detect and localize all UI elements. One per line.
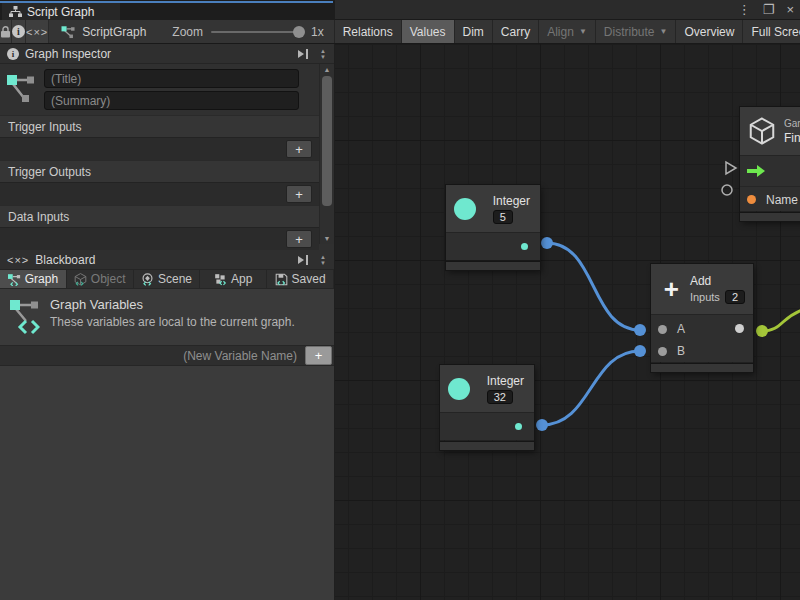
- inspector-scrollbar[interactable]: ▲ ▼: [319, 64, 334, 244]
- info-icon: i: [7, 48, 19, 60]
- graph-summary-field[interactable]: [44, 91, 299, 110]
- add-trigger-input-button[interactable]: +: [286, 140, 312, 158]
- scrollbar-thumb[interactable]: [322, 76, 332, 206]
- panel-scroll-arrows[interactable]: ▲▼: [316, 48, 330, 60]
- value-input-port-outline[interactable]: [722, 185, 732, 195]
- tab-graph[interactable]: Graph: [0, 270, 67, 288]
- control-input-port-outline[interactable]: [726, 162, 736, 174]
- zoom-slider[interactable]: [211, 31, 303, 33]
- inspector-toggle-button[interactable]: i: [12, 20, 26, 43]
- scroll-up-icon[interactable]: ▲: [320, 66, 334, 73]
- node-title: Integer: [487, 374, 524, 388]
- graph-tab-icon: [9, 6, 22, 17]
- cube-icon: [74, 273, 87, 286]
- edge-endpoint[interactable]: [634, 345, 646, 357]
- edge-endpoint[interactable]: [536, 419, 548, 431]
- input-port-a[interactable]: [658, 325, 667, 334]
- panel-scroll-arrows[interactable]: ▲▼: [316, 254, 330, 266]
- tab-strip: Script Graph: [0, 0, 335, 20]
- integer-node-32[interactable]: Integer 32: [440, 365, 534, 450]
- values-button[interactable]: Values: [401, 20, 454, 43]
- tab-scene[interactable]: Scene: [134, 270, 201, 288]
- graph-icon: [8, 273, 21, 286]
- add-variable-button[interactable]: +: [305, 346, 332, 365]
- output-port[interactable]: [735, 324, 744, 333]
- variables-icon: <×>: [7, 254, 29, 266]
- integer-value-field[interactable]: 32: [487, 390, 513, 404]
- new-variable-name-field[interactable]: [6, 345, 305, 366]
- blackboard-header: <×> Blackboard ▲▼: [0, 250, 334, 270]
- edge-int32-to-addB[interactable]: [542, 351, 640, 425]
- tab-saved[interactable]: Saved: [267, 270, 334, 288]
- add-trigger-output-button[interactable]: +: [286, 185, 312, 203]
- scroll-down-icon[interactable]: ▼: [320, 235, 334, 242]
- variables-icon: <×>: [26, 26, 48, 38]
- add-node[interactable]: + Add Inputs 2 A: [651, 264, 753, 372]
- distribute-button[interactable]: Distribute▼: [595, 20, 676, 43]
- control-flow-arrow-icon[interactable]: [747, 165, 765, 177]
- edge-endpoint[interactable]: [541, 237, 553, 249]
- edge-add-output[interactable]: [762, 309, 800, 331]
- window-menu-icon[interactable]: ⋮: [738, 0, 751, 20]
- inputs-label: Inputs: [690, 291, 720, 303]
- graph-canvas[interactable]: Integer 5 Integer 32: [335, 44, 800, 600]
- toolbar-buttons: Relations Values Dim Carry Align▼ Distri…: [334, 20, 800, 43]
- gameobject-find-node[interactable]: Game Object Find Name: [740, 107, 800, 221]
- graph-icon: [6, 72, 36, 108]
- trigger-outputs-label: Trigger Outputs: [0, 160, 319, 182]
- add-data-input-button[interactable]: +: [286, 230, 312, 248]
- node-footer: [651, 364, 753, 372]
- chevron-down-icon: ▼: [660, 27, 668, 36]
- lock-button[interactable]: [0, 20, 12, 43]
- maximize-icon[interactable]: ❐: [763, 0, 775, 20]
- data-inputs-label: Data Inputs: [0, 205, 319, 227]
- tab-bar: Script Graph ⋮ ❐ ×: [0, 0, 800, 20]
- tab-object[interactable]: Object: [67, 270, 134, 288]
- tab-script-graph[interactable]: Script Graph: [2, 3, 120, 20]
- overview-button[interactable]: Overview: [675, 20, 742, 43]
- save-floppy-icon: [275, 273, 288, 286]
- blackboard-toggle-button[interactable]: <×>: [26, 20, 49, 43]
- new-variable-row: +: [0, 345, 334, 366]
- graph-name-label: ScriptGraph: [82, 25, 146, 39]
- tab-app[interactable]: App: [200, 270, 267, 288]
- trigger-inputs-list: +: [0, 137, 319, 160]
- chevron-down-icon: ▼: [579, 27, 587, 36]
- port-a-label: A: [677, 322, 685, 336]
- node-title: Find: [784, 131, 800, 145]
- graph-title-field[interactable]: [44, 69, 299, 88]
- edge-endpoint[interactable]: [634, 324, 646, 336]
- edge-endpoint[interactable]: [756, 325, 768, 337]
- graph-breadcrumb[interactable]: ScriptGraph: [49, 20, 156, 43]
- node-footer: [740, 213, 800, 221]
- info-icon: i: [12, 25, 25, 38]
- zoom-slider-thumb[interactable]: [293, 26, 305, 38]
- inputs-count-field[interactable]: 2: [725, 290, 745, 304]
- align-button[interactable]: Align▼: [538, 20, 595, 43]
- node-title: Add: [690, 274, 711, 288]
- trigger-inputs-label: Trigger Inputs: [0, 115, 319, 137]
- carry-button[interactable]: Carry: [492, 20, 538, 43]
- output-port[interactable]: [521, 243, 528, 250]
- graph-inspector-panel: Trigger Inputs + Trigger Outputs + Data …: [0, 64, 334, 250]
- script-graph-icon: [61, 25, 76, 39]
- zoom-control: Zoom 1x: [156, 20, 329, 43]
- integer-value-field[interactable]: 5: [493, 210, 513, 224]
- output-port[interactable]: [515, 423, 522, 430]
- integer-node-5[interactable]: Integer 5: [446, 185, 540, 270]
- fullscreen-button[interactable]: Full Screen: [742, 20, 800, 43]
- string-input-port[interactable]: [747, 195, 756, 204]
- relations-button[interactable]: Relations: [334, 20, 401, 43]
- close-icon[interactable]: ×: [786, 0, 794, 20]
- node-title: Integer: [493, 194, 530, 208]
- edge-int5-to-addA[interactable]: [547, 243, 640, 330]
- node-subtitle: Game Object: [784, 118, 800, 129]
- dock-pin-icon[interactable]: [297, 49, 310, 59]
- dim-button[interactable]: Dim: [454, 20, 492, 43]
- integer-type-icon: [448, 378, 470, 400]
- tab-label: Script Graph: [27, 5, 94, 19]
- input-port-b[interactable]: [658, 347, 667, 356]
- dock-pin-icon[interactable]: [297, 255, 310, 265]
- integer-type-icon: [454, 198, 476, 220]
- graph-toolbar: i <×> ScriptGraph Zoom 1x Relations Valu…: [0, 20, 800, 44]
